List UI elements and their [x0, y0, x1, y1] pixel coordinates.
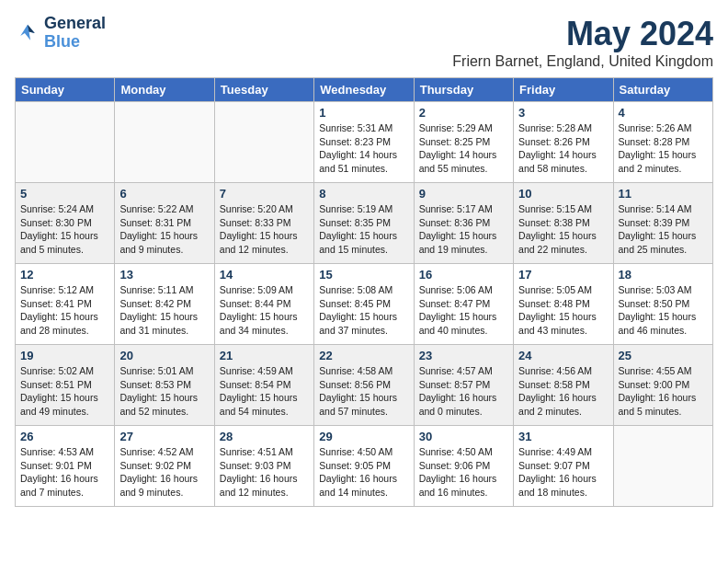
header-saturday: Saturday [613, 78, 712, 102]
day-number: 2 [419, 106, 508, 120]
cell-0-6: 4Sunrise: 5:26 AM Sunset: 8:28 PM Daylig… [613, 102, 712, 183]
day-number: 25 [619, 349, 708, 362]
cell-0-1 [115, 102, 214, 183]
cell-1-1: 6Sunrise: 5:22 AM Sunset: 8:31 PM Daylig… [115, 183, 214, 264]
week-row-1: 1Sunrise: 5:31 AM Sunset: 8:23 PM Daylig… [16, 102, 713, 183]
cell-3-3: 22Sunrise: 4:58 AM Sunset: 8:56 PM Dayli… [314, 345, 414, 426]
cell-1-4: 9Sunrise: 5:17 AM Sunset: 8:36 PM Daylig… [414, 183, 513, 264]
day-number: 21 [220, 349, 309, 362]
cell-0-5: 3Sunrise: 5:28 AM Sunset: 8:26 PM Daylig… [514, 102, 613, 183]
week-row-4: 19Sunrise: 5:02 AM Sunset: 8:51 PM Dayli… [16, 345, 713, 426]
day-number: 12 [20, 268, 109, 282]
cell-1-2: 7Sunrise: 5:20 AM Sunset: 8:33 PM Daylig… [214, 183, 313, 264]
cell-3-2: 21Sunrise: 4:59 AM Sunset: 8:54 PM Dayli… [214, 345, 313, 426]
cell-info: Sunrise: 5:20 AM Sunset: 8:33 PM Dayligh… [220, 202, 309, 257]
cell-info: Sunrise: 4:52 AM Sunset: 9:02 PM Dayligh… [119, 445, 209, 500]
day-number: 3 [518, 106, 608, 120]
cell-info: Sunrise: 5:05 AM Sunset: 8:48 PM Dayligh… [518, 283, 608, 338]
day-number: 24 [518, 349, 608, 362]
cell-info: Sunrise: 5:14 AM Sunset: 8:39 PM Dayligh… [619, 202, 708, 257]
day-number: 26 [20, 430, 109, 443]
cell-info: Sunrise: 4:53 AM Sunset: 9:01 PM Dayligh… [20, 445, 109, 500]
cell-0-4: 2Sunrise: 5:29 AM Sunset: 8:25 PM Daylig… [414, 102, 513, 183]
day-number: 11 [619, 187, 708, 201]
logo-text: General Blue [44, 15, 106, 52]
cell-info: Sunrise: 5:08 AM Sunset: 8:45 PM Dayligh… [319, 283, 408, 338]
cell-info: Sunrise: 4:57 AM Sunset: 8:57 PM Dayligh… [419, 364, 508, 419]
header-wednesday: Wednesday [314, 78, 414, 102]
cell-0-2 [214, 102, 313, 183]
cell-3-6: 25Sunrise: 4:55 AM Sunset: 9:00 PM Dayli… [613, 345, 712, 426]
cell-2-1: 13Sunrise: 5:11 AM Sunset: 8:42 PM Dayli… [115, 264, 214, 345]
day-number: 10 [518, 187, 608, 201]
cell-2-3: 15Sunrise: 5:08 AM Sunset: 8:45 PM Dayli… [314, 264, 414, 345]
day-number: 18 [619, 268, 708, 282]
cell-info: Sunrise: 4:58 AM Sunset: 8:56 PM Dayligh… [319, 364, 408, 419]
cell-0-3: 1Sunrise: 5:31 AM Sunset: 8:23 PM Daylig… [314, 102, 414, 183]
day-number: 17 [518, 268, 608, 282]
day-number: 15 [319, 268, 408, 282]
cell-info: Sunrise: 5:09 AM Sunset: 8:44 PM Dayligh… [220, 283, 309, 338]
cell-info: Sunrise: 4:51 AM Sunset: 9:03 PM Dayligh… [220, 445, 309, 500]
day-number: 9 [419, 187, 508, 201]
cell-3-0: 19Sunrise: 5:02 AM Sunset: 8:51 PM Dayli… [16, 345, 115, 426]
page-header: General Blue May 2024 Friern Barnet, Eng… [15, 15, 713, 70]
logo-icon [15, 20, 40, 46]
cell-info: Sunrise: 5:06 AM Sunset: 8:47 PM Dayligh… [419, 283, 508, 338]
header-monday: Monday [115, 78, 214, 102]
cell-info: Sunrise: 5:19 AM Sunset: 8:35 PM Dayligh… [319, 202, 408, 257]
cell-2-6: 18Sunrise: 5:03 AM Sunset: 8:50 PM Dayli… [613, 264, 712, 345]
cell-info: Sunrise: 5:01 AM Sunset: 8:53 PM Dayligh… [119, 364, 209, 419]
day-number: 13 [119, 268, 209, 282]
week-row-3: 12Sunrise: 5:12 AM Sunset: 8:41 PM Dayli… [16, 264, 713, 345]
cell-info: Sunrise: 5:31 AM Sunset: 8:23 PM Dayligh… [319, 121, 408, 176]
day-number: 6 [119, 187, 209, 201]
header-sunday: Sunday [16, 78, 115, 102]
cell-4-5: 31Sunrise: 4:49 AM Sunset: 9:07 PM Dayli… [514, 426, 613, 507]
month-title: May 2024 [452, 15, 713, 53]
cell-info: Sunrise: 5:12 AM Sunset: 8:41 PM Dayligh… [20, 283, 109, 338]
cell-4-3: 29Sunrise: 4:50 AM Sunset: 9:05 PM Dayli… [314, 426, 414, 507]
cell-info: Sunrise: 4:59 AM Sunset: 8:54 PM Dayligh… [220, 364, 309, 419]
cell-2-4: 16Sunrise: 5:06 AM Sunset: 8:47 PM Dayli… [414, 264, 513, 345]
header-tuesday: Tuesday [214, 78, 313, 102]
day-number: 28 [220, 430, 309, 443]
day-number: 30 [419, 430, 508, 443]
day-number: 4 [619, 106, 708, 120]
cell-info: Sunrise: 5:24 AM Sunset: 8:30 PM Dayligh… [20, 202, 109, 257]
cell-info: Sunrise: 5:29 AM Sunset: 8:25 PM Dayligh… [419, 121, 508, 176]
cell-2-2: 14Sunrise: 5:09 AM Sunset: 8:44 PM Dayli… [214, 264, 313, 345]
cell-info: Sunrise: 4:50 AM Sunset: 9:05 PM Dayligh… [319, 445, 408, 500]
location-title: Friern Barnet, England, United Kingdom [452, 53, 713, 70]
cell-4-2: 28Sunrise: 4:51 AM Sunset: 9:03 PM Dayli… [214, 426, 313, 507]
cell-info: Sunrise: 4:49 AM Sunset: 9:07 PM Dayligh… [518, 445, 608, 500]
cell-3-1: 20Sunrise: 5:01 AM Sunset: 8:53 PM Dayli… [115, 345, 214, 426]
cell-info: Sunrise: 4:50 AM Sunset: 9:06 PM Dayligh… [419, 445, 508, 500]
week-row-5: 26Sunrise: 4:53 AM Sunset: 9:01 PM Dayli… [16, 426, 713, 507]
day-number: 1 [319, 106, 408, 120]
day-number: 8 [319, 187, 408, 201]
cell-2-5: 17Sunrise: 5:05 AM Sunset: 8:48 PM Dayli… [514, 264, 613, 345]
cell-info: Sunrise: 5:03 AM Sunset: 8:50 PM Dayligh… [619, 283, 708, 338]
cell-1-3: 8Sunrise: 5:19 AM Sunset: 8:35 PM Daylig… [314, 183, 414, 264]
cell-4-4: 30Sunrise: 4:50 AM Sunset: 9:06 PM Dayli… [414, 426, 513, 507]
day-number: 20 [119, 349, 209, 362]
cell-info: Sunrise: 5:17 AM Sunset: 8:36 PM Dayligh… [419, 202, 508, 257]
cell-2-0: 12Sunrise: 5:12 AM Sunset: 8:41 PM Dayli… [16, 264, 115, 345]
cell-info: Sunrise: 4:56 AM Sunset: 8:58 PM Dayligh… [518, 364, 608, 419]
day-number: 27 [119, 430, 209, 443]
cell-1-5: 10Sunrise: 5:15 AM Sunset: 8:38 PM Dayli… [514, 183, 613, 264]
week-row-2: 5Sunrise: 5:24 AM Sunset: 8:30 PM Daylig… [16, 183, 713, 264]
cell-3-4: 23Sunrise: 4:57 AM Sunset: 8:57 PM Dayli… [414, 345, 513, 426]
cell-3-5: 24Sunrise: 4:56 AM Sunset: 8:58 PM Dayli… [514, 345, 613, 426]
day-number: 7 [220, 187, 309, 201]
calendar-table: SundayMondayTuesdayWednesdayThursdayFrid… [15, 77, 713, 507]
cell-4-0: 26Sunrise: 4:53 AM Sunset: 9:01 PM Dayli… [16, 426, 115, 507]
cell-4-6 [613, 426, 712, 507]
cell-info: Sunrise: 5:02 AM Sunset: 8:51 PM Dayligh… [20, 364, 109, 419]
cell-info: Sunrise: 4:55 AM Sunset: 9:00 PM Dayligh… [619, 364, 708, 419]
cell-info: Sunrise: 5:28 AM Sunset: 8:26 PM Dayligh… [518, 121, 608, 176]
day-number: 5 [20, 187, 109, 201]
cell-0-0 [16, 102, 115, 183]
cell-info: Sunrise: 5:26 AM Sunset: 8:28 PM Dayligh… [619, 121, 708, 176]
